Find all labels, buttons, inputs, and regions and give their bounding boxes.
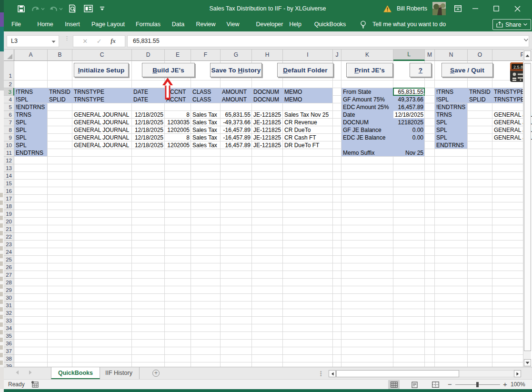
cell-F6[interactable]: Sales Tax — [191, 111, 221, 119]
select-all-corner[interactable] — [4, 50, 14, 61]
sheet-tab-quickbooks[interactable]: QuickBooks — [51, 367, 100, 379]
cell-E10[interactable]: 1202005 — [165, 141, 191, 149]
cell-E9[interactable]: 8 — [165, 134, 191, 141]
insert-function-icon[interactable]: fx — [110, 38, 115, 45]
cell-L9[interactable]: 0.00 — [393, 134, 425, 141]
ribbon-display-options-icon[interactable] — [451, 0, 465, 17]
customize-qat-icon[interactable] — [96, 0, 109, 17]
worksheet-button-default-folder[interactable]: Default Folder — [277, 63, 333, 77]
worksheet-button-build-je-s[interactable]: Build JE's — [142, 63, 195, 77]
warning-icon[interactable] — [383, 5, 391, 12]
row-header-24[interactable]: 24 — [4, 248, 14, 256]
spreadsheet-grid[interactable]: ABCDEFGHIJKLMNOP123456789101112131415161… — [4, 50, 532, 367]
column-header-B[interactable]: B — [48, 50, 72, 61]
cell-H8[interactable]: JE-121825 — [252, 126, 283, 134]
scroll-down-icon[interactable] — [524, 359, 531, 366]
column-header-A[interactable]: A — [14, 50, 48, 61]
cell-L11[interactable]: Nov 25 — [393, 149, 425, 157]
cell-K3[interactable]: From State — [341, 88, 393, 96]
maximize-icon[interactable] — [486, 0, 507, 17]
cell-C4[interactable]: TRNSTYPE — [72, 96, 132, 103]
cell-H3[interactable]: DOCNUM — [252, 88, 283, 96]
cell-C7[interactable]: GENERAL JOURNAL — [72, 119, 132, 126]
row-header-28[interactable]: 28 — [4, 279, 14, 286]
cell-C8[interactable]: GENERAL JOURNAL — [72, 126, 132, 134]
cell-N9[interactable]: SPL — [435, 134, 468, 141]
column-header-G[interactable]: G — [221, 50, 252, 61]
ribbon-tab-quickbooks[interactable]: QuickBooks — [314, 17, 346, 31]
row-header-3[interactable]: 3 — [4, 88, 14, 96]
row-header-39[interactable]: 39 — [4, 362, 14, 367]
cell-F8[interactable]: Sales Tax — [191, 126, 221, 134]
zoom-in-icon[interactable]: + — [503, 380, 507, 390]
column-header-C[interactable]: C — [72, 50, 132, 61]
row-header-11[interactable]: 11 — [4, 149, 14, 157]
worksheet-button-save-to-history[interactable]: Save To History — [210, 63, 262, 77]
cell-L3[interactable]: 65,831.55 — [393, 88, 425, 96]
cell-L7[interactable]: 12182025 — [393, 119, 425, 126]
ribbon-tab-insert[interactable]: Insert — [65, 17, 80, 31]
ribbon-tab-developer[interactable]: Developer — [256, 17, 283, 31]
cell-N10[interactable]: ENDTRNS — [435, 141, 468, 149]
cell-K4[interactable]: GF Amount 75% — [341, 96, 393, 103]
cell-E7[interactable]: 1203035 — [165, 119, 191, 126]
undo-icon[interactable] — [29, 0, 47, 17]
cell-I10[interactable]: DR DueTo FT — [283, 141, 333, 149]
cell-A10[interactable]: SPL — [14, 141, 48, 149]
save-icon[interactable] — [13, 0, 29, 17]
minimize-icon[interactable] — [465, 0, 486, 17]
cell-A3[interactable]: !TRNS — [14, 88, 48, 96]
cell-I4[interactable]: MEMO — [283, 96, 333, 103]
cell-A5[interactable]: !ENDTRNS — [14, 103, 48, 111]
column-header-L[interactable]: L — [393, 50, 425, 61]
row-header-18[interactable]: 18 — [4, 202, 14, 210]
zoom-out-icon[interactable]: − — [448, 380, 452, 390]
row-header-29[interactable]: 29 — [4, 286, 14, 294]
cell-K7[interactable]: DOCNUM — [341, 119, 393, 126]
cell-G8[interactable]: -16,457.89 — [221, 126, 252, 134]
ribbon-tab-data[interactable]: Data — [172, 17, 184, 31]
redo-icon[interactable] — [47, 0, 65, 17]
close-icon[interactable] — [507, 0, 528, 17]
name-box-dropdown-icon[interactable] — [51, 40, 56, 43]
cell-A8[interactable]: SPL — [14, 126, 48, 134]
cell-N8[interactable]: SPL — [435, 126, 468, 134]
cell-L5[interactable]: 16,457.89 — [393, 103, 425, 111]
cell-I7[interactable]: CR Revenue — [283, 119, 333, 126]
zoom-percentage[interactable]: 100% — [511, 380, 525, 390]
cell-G10[interactable]: 16,457.89 — [221, 141, 252, 149]
column-header-O[interactable]: O — [468, 50, 492, 61]
cell-L6[interactable]: 12/18/2025 — [393, 111, 425, 119]
cell-H7[interactable]: JE-121825 — [252, 119, 283, 126]
column-header-J[interactable]: J — [333, 50, 341, 61]
sheet-tab-iif-history[interactable]: IIF History — [99, 367, 140, 379]
cell-C10[interactable]: GENERAL JOURNAL — [72, 141, 132, 149]
share-button[interactable]: Share — [492, 19, 531, 30]
cell-K9[interactable]: EDC JE Balance — [341, 134, 393, 141]
worksheet-button--[interactable]: ? — [410, 63, 432, 77]
row-header-4[interactable]: 4 — [4, 96, 14, 103]
cell-I8[interactable]: CR DueTo — [283, 126, 333, 134]
cell-G6[interactable]: 65,831.55 — [221, 111, 252, 119]
row-header-15[interactable]: 15 — [4, 180, 14, 187]
cell-G4[interactable]: AMOUNT — [221, 96, 252, 103]
cell-A4[interactable]: !SPL — [14, 96, 48, 103]
sheet-nav-left-icon[interactable] — [15, 370, 19, 375]
cell-N4[interactable]: !SPL — [435, 96, 468, 103]
cell-K5[interactable]: EDC Amount 25% — [341, 103, 393, 111]
row-header-10[interactable]: 10 — [4, 141, 14, 149]
cell-N7[interactable]: SPL — [435, 119, 468, 126]
cell-C3[interactable]: TRNSTYPE — [72, 88, 132, 96]
row-header-33[interactable]: 33 — [4, 317, 14, 324]
row-header-22[interactable]: 22 — [4, 233, 14, 241]
cell-F9[interactable]: Sales Tax — [191, 134, 221, 141]
cell-G7[interactable]: -49,373.66 — [221, 119, 252, 126]
cell-F4[interactable]: CLASS — [191, 96, 221, 103]
row-header-38[interactable]: 38 — [4, 355, 14, 362]
row-header-17[interactable]: 17 — [4, 195, 14, 202]
tell-me-box[interactable]: Tell me what you want to do — [372, 17, 446, 31]
cell-D6[interactable]: 12/18/2025 — [132, 111, 165, 119]
zoom-slider-thumb[interactable] — [476, 382, 479, 387]
vertical-scrollbar-thumb[interactable] — [524, 63, 531, 351]
cell-K11[interactable]: Memo Suffix — [341, 149, 393, 157]
